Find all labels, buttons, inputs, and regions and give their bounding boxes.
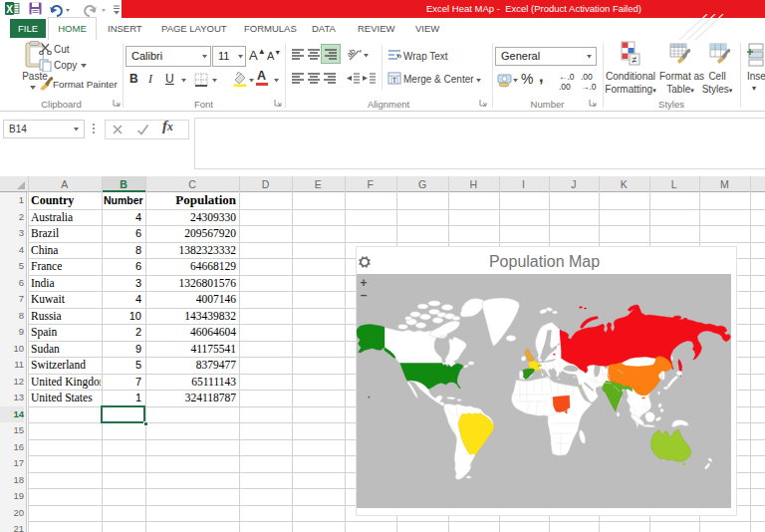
svg-text:X: X bbox=[6, 4, 13, 15]
svg-text:≠: ≠ bbox=[633, 55, 638, 65]
svg-text:ab: ab bbox=[348, 47, 358, 60]
